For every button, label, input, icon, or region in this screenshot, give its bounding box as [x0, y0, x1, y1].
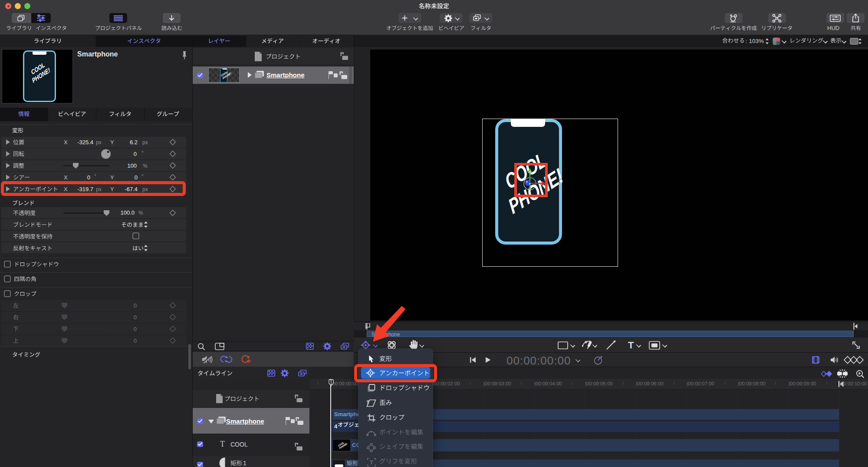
svg-text:T: T	[370, 459, 373, 466]
